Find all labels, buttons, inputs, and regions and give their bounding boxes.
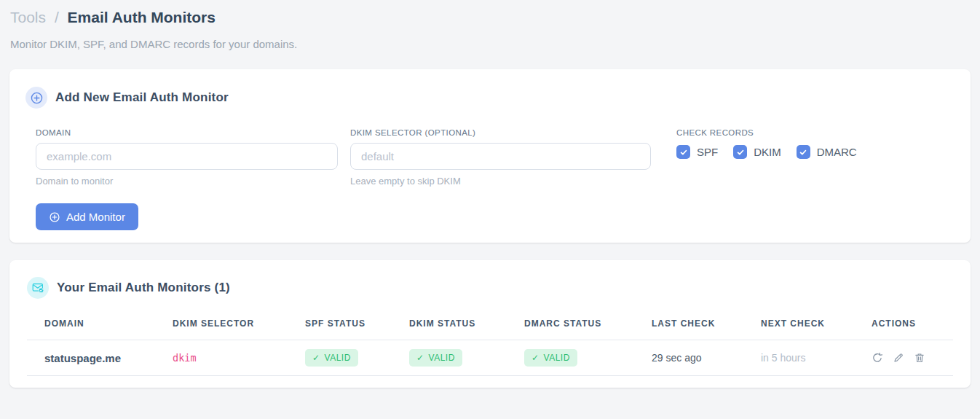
check-icon: ✓ xyxy=(416,353,424,363)
domain-field-group: DOMAIN Domain to monitor xyxy=(36,128,338,187)
add-monitor-button-label: Add Monitor xyxy=(66,211,125,223)
add-card-title: Add New Email Auth Monitor xyxy=(55,90,229,105)
monitors-card-title: Your Email Auth Monitors (1) xyxy=(57,281,230,295)
dkim-checkbox-option[interactable]: DKIM xyxy=(733,145,781,159)
domain-field-label: DOMAIN xyxy=(36,128,338,137)
page-header: Tools / Email Auth Monitors Monitor DKIM… xyxy=(0,0,980,50)
column-header-last-check: LAST CHECK xyxy=(634,311,743,340)
monitor-dkim-status-cell: ✓ VALID xyxy=(392,340,507,376)
dmarc-status-badge: ✓ VALID xyxy=(524,349,577,367)
dkim-status-text: VALID xyxy=(429,353,455,363)
column-header-dkim-selector: DKIM SELECTOR xyxy=(155,311,288,340)
column-header-dkim-status: DKIM STATUS xyxy=(392,311,507,340)
column-header-domain: DOMAIN xyxy=(27,311,155,340)
monitors-card: Your Email Auth Monitors (1) DOMAIN DKIM… xyxy=(9,260,971,388)
spf-checkbox-checked-icon[interactable] xyxy=(676,145,690,159)
spf-status-badge: ✓ VALID xyxy=(305,349,358,367)
check-records-group: CHECK RECORDS SPF xyxy=(663,128,944,187)
envelope-check-icon xyxy=(27,277,49,299)
column-header-actions: ACTIONS xyxy=(854,311,953,340)
add-monitor-form: DOMAIN Domain to monitor DKIM SELECTOR (… xyxy=(25,128,955,187)
delete-button[interactable] xyxy=(914,352,925,364)
monitor-spf-status-cell: ✓ VALID xyxy=(288,340,392,376)
domain-input[interactable] xyxy=(36,143,338,170)
monitors-table-wrap: DOMAIN DKIM SELECTOR SPF STATUS DKIM STA… xyxy=(27,311,953,376)
dmarc-status-text: VALID xyxy=(544,353,570,363)
monitor-next-check: in 5 hours xyxy=(743,340,854,376)
monitor-domain: statuspage.me xyxy=(27,340,155,376)
dmarc-checkbox-checked-icon[interactable] xyxy=(797,145,810,159)
breadcrumb-tools-link[interactable]: Tools xyxy=(10,9,46,26)
add-card-header: Add New Email Auth Monitor xyxy=(25,87,955,109)
page-title: Email Auth Monitors xyxy=(68,9,216,26)
plus-circle-icon xyxy=(49,211,60,223)
spf-checkbox-label: SPF xyxy=(697,146,718,158)
column-header-dmarc-status: DMARC STATUS xyxy=(507,311,634,340)
check-records-label: CHECK RECORDS xyxy=(676,128,944,137)
dkim-selector-field-group: DKIM SELECTOR (OPTIONAL) Leave empty to … xyxy=(350,128,651,187)
breadcrumb: Tools / Email Auth Monitors xyxy=(10,8,970,27)
delete-icon xyxy=(914,352,925,364)
spf-status-text: VALID xyxy=(325,353,351,363)
domain-field-hint: Domain to monitor xyxy=(36,176,338,187)
column-header-spf-status: SPF STATUS xyxy=(288,311,392,340)
dmarc-checkbox-option[interactable]: DMARC xyxy=(797,145,857,159)
monitor-last-check: 29 sec ago xyxy=(634,340,743,376)
check-icon: ✓ xyxy=(312,353,320,363)
monitors-table: DOMAIN DKIM SELECTOR SPF STATUS DKIM STA… xyxy=(27,311,953,376)
edit-icon xyxy=(893,352,904,364)
check-icon: ✓ xyxy=(532,353,540,363)
monitors-card-header: Your Email Auth Monitors (1) xyxy=(27,277,953,299)
dkim-checkbox-label: DKIM xyxy=(754,146,781,158)
monitor-actions-cell xyxy=(854,340,953,376)
add-monitor-button[interactable]: Add Monitor xyxy=(36,203,138,230)
check-records-options: SPF DKIM xyxy=(676,145,944,159)
dkim-status-badge: ✓ VALID xyxy=(409,349,462,367)
monitor-dmarc-status-cell: ✓ VALID xyxy=(507,340,634,376)
breadcrumb-separator: / xyxy=(55,9,59,26)
page-subtitle: Monitor DKIM, SPF, and DMARC records for… xyxy=(10,38,970,50)
table-header-row: DOMAIN DKIM SELECTOR SPF STATUS DKIM STA… xyxy=(27,311,953,340)
column-header-next-check: NEXT CHECK xyxy=(743,311,854,340)
dkim-selector-input[interactable] xyxy=(350,143,651,170)
edit-button[interactable] xyxy=(893,352,904,364)
dkim-selector-field-hint: Leave empty to skip DKIM xyxy=(350,176,651,187)
page: Tools / Email Auth Monitors Monitor DKIM… xyxy=(0,0,980,388)
add-monitor-card: Add New Email Auth Monitor DOMAIN Domain… xyxy=(9,69,971,243)
monitor-row: statuspage.me dkim ✓ VALID ✓ VALID xyxy=(27,340,953,376)
spf-checkbox-option[interactable]: SPF xyxy=(676,145,718,159)
dkim-selector-field-label: DKIM SELECTOR (OPTIONAL) xyxy=(350,128,651,137)
dkim-checkbox-checked-icon[interactable] xyxy=(733,145,747,159)
monitor-dkim-selector: dkim xyxy=(155,340,288,376)
refresh-icon xyxy=(872,352,883,364)
dmarc-checkbox-label: DMARC xyxy=(817,146,857,158)
refresh-button[interactable] xyxy=(872,352,883,364)
plus-circle-icon xyxy=(25,87,47,109)
